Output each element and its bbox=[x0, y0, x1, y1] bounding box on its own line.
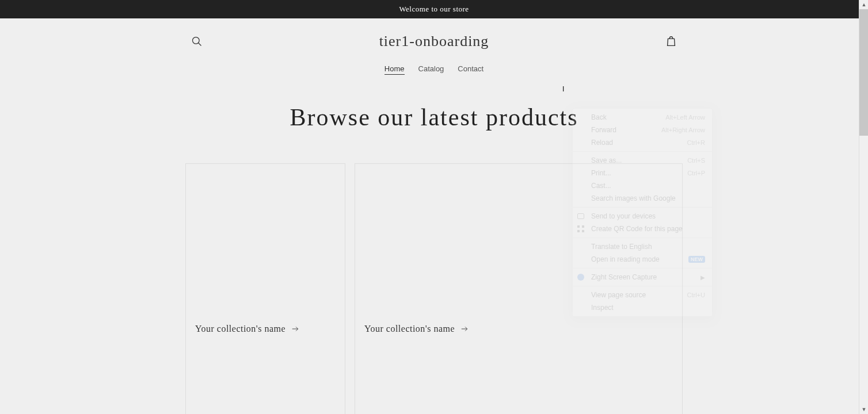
new-badge: NEW bbox=[688, 256, 705, 263]
cart-icon bbox=[665, 35, 677, 48]
announcement-text: Welcome to our store bbox=[399, 5, 469, 13]
ctx-forward[interactable]: Forward Alt+Right Arrow bbox=[573, 124, 712, 136]
ctx-reload[interactable]: Reload Ctrl+R bbox=[573, 136, 712, 149]
scroll-track[interactable] bbox=[859, 9, 868, 405]
ctx-search-images[interactable]: Search images with Google bbox=[573, 192, 712, 205]
ctx-translate[interactable]: Translate to English bbox=[573, 240, 712, 253]
collection-title: Your collection's name bbox=[364, 324, 455, 334]
collection-link[interactable]: Your collection's name bbox=[364, 324, 469, 334]
ctx-divider bbox=[573, 237, 712, 238]
collection-link[interactable]: Your collection's name bbox=[195, 324, 299, 334]
text-cursor: I bbox=[562, 85, 564, 93]
scroll-down-button[interactable]: ▼ bbox=[859, 405, 868, 414]
cart-button[interactable] bbox=[658, 29, 684, 54]
devices-icon bbox=[577, 213, 584, 219]
scroll-thumb[interactable] bbox=[859, 9, 868, 136]
ctx-back[interactable]: Back Alt+Left Arrow bbox=[573, 111, 712, 124]
ctx-print[interactable]: Print... Ctrl+P bbox=[573, 167, 712, 179]
nav-contact[interactable]: Contact bbox=[458, 64, 484, 75]
announcement-bar: Welcome to our store bbox=[0, 0, 868, 18]
ctx-create-qr[interactable]: Create QR Code for this page bbox=[573, 223, 712, 235]
store-name[interactable]: tier1-onboarding bbox=[379, 33, 489, 50]
ctx-divider bbox=[573, 286, 712, 286]
collection-title: Your collection's name bbox=[195, 324, 285, 334]
arrow-right-icon bbox=[460, 325, 469, 333]
ctx-save-as[interactable]: Save as... Ctrl+S bbox=[573, 154, 712, 167]
ctx-reading-mode[interactable]: Open in reading mode NEW bbox=[573, 253, 712, 266]
scroll-up-button[interactable]: ▲ bbox=[859, 0, 868, 9]
ctx-zight[interactable]: Zight Screen Capture ▶ bbox=[573, 271, 712, 283]
zight-icon bbox=[577, 274, 584, 281]
site-header: tier1-onboarding bbox=[0, 18, 868, 64]
vertical-scrollbar[interactable]: ▲ ▼ bbox=[859, 0, 868, 414]
svg-point-0 bbox=[193, 37, 200, 44]
arrow-right-icon bbox=[291, 325, 299, 333]
svg-line-1 bbox=[199, 43, 201, 46]
collections-grid: Your collection's name Your collection's… bbox=[0, 163, 868, 414]
main-nav: Home Catalog Contact bbox=[0, 64, 868, 83]
qr-icon bbox=[577, 225, 584, 232]
ctx-divider bbox=[573, 207, 712, 208]
chevron-right-icon: ▶ bbox=[701, 274, 705, 281]
search-icon bbox=[191, 36, 203, 47]
ctx-view-source[interactable]: View page source Ctrl+U bbox=[573, 289, 712, 301]
ctx-divider bbox=[573, 268, 712, 269]
search-button[interactable] bbox=[184, 29, 210, 54]
ctx-cast[interactable]: Cast... bbox=[573, 179, 712, 192]
ctx-inspect[interactable]: Inspect bbox=[573, 301, 712, 314]
nav-catalog[interactable]: Catalog bbox=[418, 64, 444, 75]
ctx-send-devices[interactable]: Send to your devices bbox=[573, 210, 712, 223]
nav-home[interactable]: Home bbox=[384, 64, 405, 75]
collection-card[interactable]: Your collection's name bbox=[185, 163, 345, 414]
context-menu[interactable]: Back Alt+Left Arrow Forward Alt+Right Ar… bbox=[572, 108, 713, 317]
hero-heading: Browse our latest products bbox=[0, 103, 868, 131]
ctx-divider bbox=[573, 151, 712, 152]
